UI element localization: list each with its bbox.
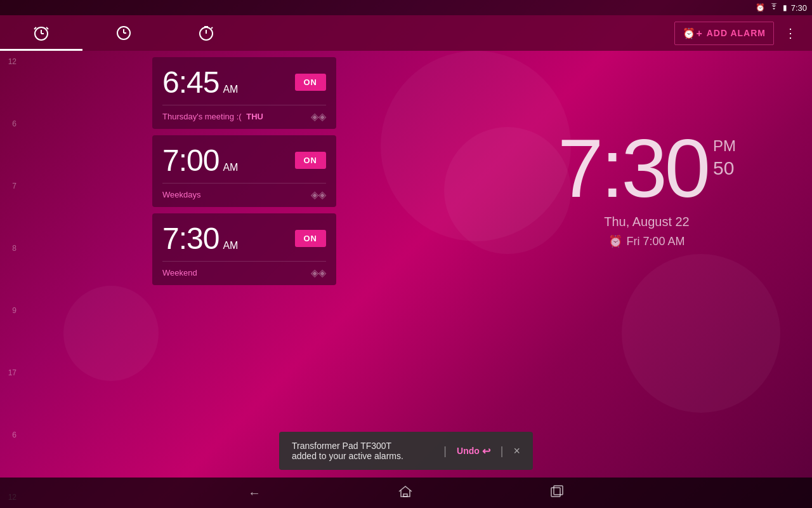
alarm-3-label: Weekend xyxy=(162,268,197,277)
snackbar-line2: added to your active alarms. xyxy=(292,451,433,461)
snackbar-undo-label: Undo xyxy=(457,446,480,456)
alarm-tab-icon xyxy=(32,24,50,42)
next-alarm-icon: ⏰ xyxy=(608,234,622,248)
add-alarm-plus-icon: ⏰+ xyxy=(683,27,702,39)
svg-line-11 xyxy=(211,27,213,29)
bg-decoration-2 xyxy=(444,127,571,254)
ruler-mark: 9 xyxy=(3,306,16,315)
alarm-card-1-top: 6:45 AM ON xyxy=(162,65,326,100)
ruler-mark: 6 xyxy=(3,431,16,439)
recents-button[interactable] xyxy=(545,479,569,507)
nav-bar: ⏰+ ADD ALARM ⋮ xyxy=(0,15,812,51)
snackbar-undo-button[interactable]: Undo ↩ xyxy=(457,445,490,457)
add-alarm-label: ADD ALARM xyxy=(707,28,766,38)
alarm-card-3-bottom: Weekend ◈◈ xyxy=(162,261,326,279)
clock-tab-icon xyxy=(115,24,133,42)
big-clock-seconds: 50 xyxy=(713,159,736,178)
snackbar-divider: | xyxy=(443,444,447,458)
snackbar-line1: Transformer Pad TF300T xyxy=(292,441,433,451)
alarm-card-1-bottom: Thursday's meeting :( THU ◈◈ xyxy=(162,105,326,123)
alarm-card-2-top: 7:00 AM ON xyxy=(162,143,326,178)
overflow-menu-button[interactable]: ⋮ xyxy=(779,20,802,46)
big-clock-time-display: 7:30 PM 50 xyxy=(558,127,736,210)
tab-clock[interactable] xyxy=(82,15,165,51)
status-time: 7:30 xyxy=(791,3,807,13)
alarm-card-2-bottom: Weekdays ◈◈ xyxy=(162,183,326,201)
snackbar-close-button[interactable]: × xyxy=(513,444,520,458)
alarm-card-3-top: 7:30 AM ON xyxy=(162,221,326,256)
alarm-3-hour: 7:30 xyxy=(162,221,219,256)
alarm-2-ampm: AM xyxy=(223,162,238,173)
next-alarm: ⏰ Fri 7:00 AM xyxy=(558,234,736,248)
snackbar: Transformer Pad TF300T added to your act… xyxy=(279,432,533,470)
snackbar-message: Transformer Pad TF300T added to your act… xyxy=(292,441,433,461)
battery-icon: ▮ xyxy=(783,3,787,12)
undo-icon: ↩ xyxy=(482,445,490,457)
alarm-3-ampm: AM xyxy=(223,240,238,251)
add-alarm-button[interactable]: ⏰+ ADD ALARM xyxy=(674,22,774,45)
svg-rect-12 xyxy=(551,488,560,497)
alarm-card-1[interactable]: 6:45 AM ON Thursday's meeting :( THU ◈◈ xyxy=(152,57,336,129)
alarm-2-toggle[interactable]: ON xyxy=(295,152,327,169)
ruler-mark: 12 xyxy=(3,57,16,66)
ruler-mark: 8 xyxy=(3,244,16,253)
ruler-mark: 7 xyxy=(3,182,16,190)
ruler-mark: 6 xyxy=(3,119,16,128)
ruler-mark: 17 xyxy=(3,368,16,377)
next-alarm-time: Fri 7:00 AM xyxy=(626,235,684,248)
big-clock-ampm: PM xyxy=(713,138,736,154)
alarm-2-hour: 7:00 xyxy=(162,143,219,178)
svg-line-4 xyxy=(46,27,48,29)
alarm-card-2[interactable]: 7:00 AM ON Weekdays ◈◈ xyxy=(152,135,336,207)
alarm-1-toggle[interactable]: ON xyxy=(295,74,327,91)
alarm-status-icon: ⏰ xyxy=(756,3,765,12)
alarm-card-3[interactable]: 7:30 AM ON Weekend ◈◈ xyxy=(152,213,336,285)
alarm-1-ampm: AM xyxy=(223,84,238,95)
nav-right: ⏰+ ADD ALARM ⋮ xyxy=(674,20,812,46)
big-clock: 7:30 PM 50 Thu, August 22 ⏰ Fri 7:00 AM xyxy=(558,127,736,248)
nav-tabs xyxy=(0,15,247,51)
big-clock-date: Thu, August 22 xyxy=(558,215,736,229)
alarm-3-time: 7:30 AM xyxy=(162,221,238,256)
alarm-1-days: THU xyxy=(246,112,263,121)
bg-decoration-3 xyxy=(63,286,159,381)
snackbar-divider-2: | xyxy=(501,444,504,458)
bottom-nav: ← xyxy=(0,478,812,508)
wifi-icon xyxy=(769,3,779,13)
tab-alarm[interactable] xyxy=(0,15,82,51)
bg-decoration-4 xyxy=(622,254,780,413)
back-button[interactable]: ← xyxy=(243,481,266,505)
home-button[interactable] xyxy=(393,480,418,506)
status-bar: ⏰ ▮ 7:30 xyxy=(0,0,812,15)
alarm-1-label: Thursday's meeting :( THU xyxy=(162,112,263,121)
alarm-2-label: Weekdays xyxy=(162,190,200,199)
alarm-1-hour: 6:45 xyxy=(162,65,219,100)
alarm-1-time: 6:45 AM xyxy=(162,65,238,100)
svg-line-3 xyxy=(34,27,36,29)
timer-tab-icon xyxy=(197,24,215,42)
alarm-1-expand-icon: ◈◈ xyxy=(311,110,326,123)
svg-rect-13 xyxy=(554,486,563,495)
alarm-2-time: 7:00 AM xyxy=(162,143,238,178)
alarm-2-expand-icon: ◈◈ xyxy=(311,189,326,201)
tab-timer[interactable] xyxy=(165,15,247,51)
alarm-list: 6:45 AM ON Thursday's meeting :( THU ◈◈ … xyxy=(152,57,336,285)
time-ruler: 12 6 7 8 9 17 6 12 xyxy=(0,51,19,508)
alarm-3-expand-icon: ◈◈ xyxy=(311,267,326,279)
alarm-1-label-text: Thursday's meeting :( xyxy=(162,112,242,121)
big-clock-right-panel: PM 50 xyxy=(713,127,736,178)
alarm-3-toggle[interactable]: ON xyxy=(295,230,327,247)
big-clock-digits: 7:30 xyxy=(558,127,708,210)
